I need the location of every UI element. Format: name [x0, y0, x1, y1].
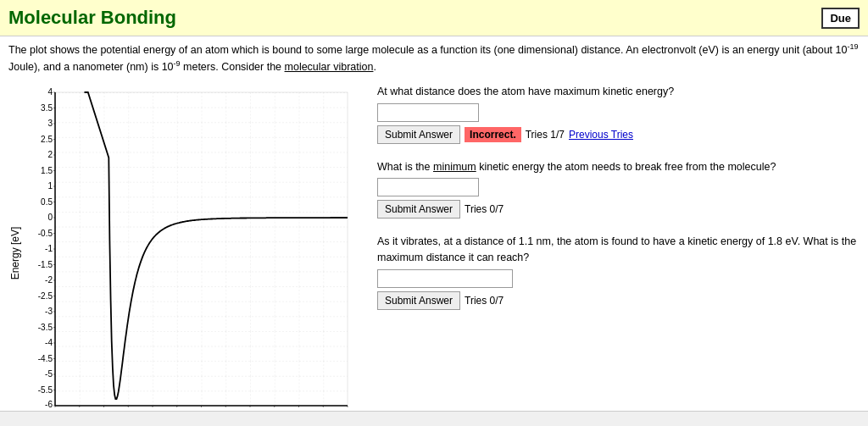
- svg-text:-2: -2: [45, 275, 53, 285]
- question1-input[interactable]: [377, 103, 479, 122]
- question3-tries: Tries 0/7: [465, 295, 504, 307]
- question2-input[interactable]: [377, 178, 479, 196]
- question2-block: What is the minimum kinetic energy the a…: [377, 159, 860, 219]
- question3-input[interactable]: [377, 269, 513, 288]
- y-axis-ticks: 4 3.5 3 2.5 2 1.5 1 0.5 0 -0.5 -1 -1.5 -…: [38, 87, 53, 409]
- question2-text: What is the minimum kinetic energy the a…: [377, 159, 860, 175]
- page-wrapper: Molecular Bonding Due The plot shows the…: [0, 0, 868, 426]
- question1-input-row: [377, 103, 860, 122]
- svg-text:0: 0: [47, 213, 53, 222]
- svg-text:2.5: 2.5: [41, 134, 53, 143]
- svg-text:-2.5: -2.5: [38, 290, 53, 300]
- svg-text:-0.5: -0.5: [38, 228, 53, 237]
- question1-status-row: Submit Answer Incorrect. Tries 1/7 Previ…: [377, 125, 860, 144]
- question2-tries: Tries 0/7: [465, 203, 504, 215]
- question3-text: As it vibrates, at a distance of 1.1 nm,…: [377, 234, 860, 266]
- svg-text:3: 3: [47, 119, 53, 128]
- description-text: The plot shows the potential energy of a…: [8, 44, 858, 73]
- svg-text:-5.5: -5.5: [38, 385, 53, 394]
- graph-svg: Energy [eV] 4 3.5 3 2.5 2 1.5 1 0.5 0 -0…: [8, 84, 360, 426]
- question1-status: Incorrect.: [465, 127, 521, 142]
- svg-text:-6: -6: [45, 400, 53, 409]
- question3-input-row: [377, 269, 860, 288]
- bottom-bar: [0, 411, 868, 426]
- svg-text:-4: -4: [45, 338, 53, 347]
- question1-text: At what distance does the atom have maxi…: [377, 84, 860, 100]
- question3-submit[interactable]: Submit Answer: [377, 291, 460, 310]
- svg-text:-1.5: -1.5: [38, 259, 53, 268]
- question3-block: As it vibrates, at a distance of 1.1 nm,…: [377, 234, 860, 310]
- question1-tries: Tries 1/7: [526, 129, 565, 141]
- svg-text:-4.5: -4.5: [38, 353, 53, 362]
- question3-status-row: Submit Answer Tries 0/7: [377, 291, 860, 310]
- svg-text:-1: -1: [45, 244, 53, 253]
- due-button[interactable]: Due: [821, 8, 860, 29]
- svg-text:1.5: 1.5: [41, 165, 53, 174]
- left-panel: Energy [eV] 4 3.5 3 2.5 2 1.5 1 0.5 0 -0…: [8, 84, 364, 426]
- svg-text:0.5: 0.5: [41, 196, 53, 206]
- question1-prev-tries[interactable]: Previous Tries: [569, 129, 633, 141]
- page-title: Molecular Bonding: [8, 7, 176, 29]
- svg-text:3.5: 3.5: [41, 102, 53, 112]
- question2-submit[interactable]: Submit Answer: [377, 200, 460, 219]
- question2-input-row: [377, 178, 860, 196]
- svg-text:-5: -5: [45, 369, 53, 379]
- question1-block: At what distance does the atom have maxi…: [377, 84, 860, 144]
- svg-text:4: 4: [47, 87, 53, 97]
- svg-rect-4: [55, 92, 348, 406]
- right-panel: At what distance does the atom have maxi…: [364, 84, 860, 426]
- description-area: The plot shows the potential energy of a…: [0, 36, 868, 77]
- content-area: Energy [eV] 4 3.5 3 2.5 2 1.5 1 0.5 0 -0…: [0, 77, 868, 426]
- svg-text:-3.5: -3.5: [38, 322, 53, 331]
- svg-text:2: 2: [47, 150, 53, 159]
- svg-text:-3: -3: [45, 307, 53, 316]
- y-axis-label: Energy [eV]: [9, 226, 21, 279]
- question1-submit[interactable]: Submit Answer: [377, 125, 460, 144]
- question2-status-row: Submit Answer Tries 0/7: [377, 200, 860, 219]
- svg-text:1: 1: [47, 181, 53, 191]
- header-bar: Molecular Bonding Due: [0, 0, 868, 36]
